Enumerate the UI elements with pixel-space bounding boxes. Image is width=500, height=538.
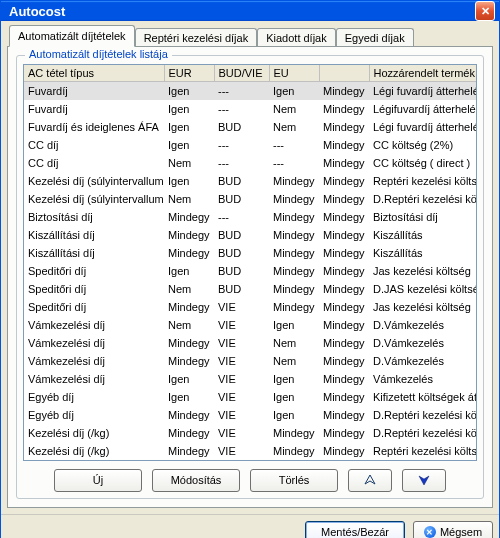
tab-custom-fees[interactable]: Egyedi díjak <box>336 28 414 47</box>
cancel-button[interactable]: ✕ Mégsem <box>413 521 493 539</box>
table-row[interactable]: Speditőri díjIgenBUDMindegyMindegyJas ke… <box>24 262 477 280</box>
button-label: Mégsem <box>440 526 482 538</box>
table-cell: Mindegy <box>319 424 369 442</box>
table-cell: Mindegy <box>319 100 369 118</box>
table-cell: Reptéri kezelési költség <box>369 172 477 190</box>
table-cell: Igen <box>164 82 214 100</box>
move-down-button[interactable] <box>402 469 446 492</box>
table-row[interactable]: Speditőri díjNemBUDMindegyMindegyD.JAS k… <box>24 280 477 298</box>
table-cell: D.Reptéri kezelési költség <box>369 406 477 424</box>
titlebar[interactable]: Autocost ✕ <box>1 1 499 21</box>
arrow-down-icon <box>418 474 430 486</box>
table-cell: Mindegy <box>319 172 369 190</box>
column-header[interactable]: BUD/VIE <box>214 65 269 82</box>
table-row[interactable]: Vámkezelési díjNemVIEIgenMindegyD.Vámkez… <box>24 316 477 334</box>
table-row[interactable]: Egyéb díjIgenVIEIgenMindegyKifizetett kö… <box>24 388 477 406</box>
table-cell: Fuvardíj <box>24 82 164 100</box>
table-cell: Vámkezelés <box>369 370 477 388</box>
save-close-button[interactable]: Mentés/Bezár <box>305 521 405 539</box>
table-cell: Speditőri díj <box>24 262 164 280</box>
table-cell: Mindegy <box>269 298 319 316</box>
table-cell: Mindegy <box>164 442 214 460</box>
column-header[interactable]: EU <box>269 65 319 82</box>
table-cell: Speditőri díj <box>24 298 164 316</box>
table-row[interactable]: Kezelési díj (/kg)MindegyVIEMindegyMinde… <box>24 424 477 442</box>
table-cell: Mindegy <box>319 388 369 406</box>
table-cell: BUD <box>214 262 269 280</box>
table-cell: Mindegy <box>319 244 369 262</box>
table-row[interactable]: Biztosítási díjMindegy---MindegyMindegyB… <box>24 208 477 226</box>
table-row[interactable]: Kezelési díj (/kg)MindegyVIEMindegyMinde… <box>24 442 477 460</box>
table-cell: D.Vámkezelés <box>369 352 477 370</box>
move-up-button[interactable] <box>348 469 392 492</box>
table-row[interactable]: Kiszállítási díjMindegyBUDMindegyMindegy… <box>24 226 477 244</box>
table-row[interactable]: Vámkezelési díjMindegyVIENemMindegyD.Vám… <box>24 334 477 352</box>
table-row[interactable]: Kiszállítási díjMindegyBUDMindegyMindegy… <box>24 244 477 262</box>
table-cell: Igen <box>164 262 214 280</box>
table-cell: Mindegy <box>319 280 369 298</box>
arrow-up-icon <box>364 474 376 486</box>
table-cell: Nem <box>269 100 319 118</box>
table-cell: Igen <box>164 136 214 154</box>
table-cell: Igen <box>164 388 214 406</box>
table-row[interactable]: Vámkezelési díjIgenVIEIgenMindegyVámkeze… <box>24 370 477 388</box>
table-cell: Fuvardíj <box>24 100 164 118</box>
column-header[interactable] <box>319 65 369 82</box>
table-cell: Igen <box>164 118 214 136</box>
table-cell: Igen <box>269 370 319 388</box>
table-row[interactable]: CC díjNem------MindegyCC költség ( direc… <box>24 154 477 172</box>
table-row[interactable]: FuvardíjIgen---NemMindegyLégifuvardíj át… <box>24 100 477 118</box>
tab-issued-fees[interactable]: Kiadott díjak <box>257 28 336 47</box>
table-cell: Mindegy <box>269 226 319 244</box>
table-cell: BUD <box>214 244 269 262</box>
new-button[interactable]: Új <box>54 469 142 492</box>
table-cell: D.Reptéri kezelési költség <box>369 424 477 442</box>
table-cell: Mindegy <box>319 352 369 370</box>
tab-automated-fees[interactable]: Automatizált díjtételek <box>9 25 135 47</box>
table-cell: Kiszállítási díj <box>24 244 164 262</box>
tab-label: Reptéri kezelési díjak <box>144 32 249 44</box>
table-cell: Mindegy <box>269 172 319 190</box>
tab-label: Egyedi díjak <box>345 32 405 44</box>
table-row[interactable]: Egyéb díjMindegyVIEIgenMindegyD.Reptéri … <box>24 406 477 424</box>
delete-button[interactable]: Törlés <box>250 469 338 492</box>
edit-button[interactable]: Módosítás <box>152 469 240 492</box>
table-cell: Nem <box>269 334 319 352</box>
table-cell: D.JAS kezelési költség <box>369 280 477 298</box>
table-row[interactable]: Fuvardíj és ideiglenes ÁFAIgenBUDNemMind… <box>24 118 477 136</box>
close-button[interactable]: ✕ <box>475 1 495 21</box>
table-cell: Reptéri kezelési költség <box>369 442 477 460</box>
column-header[interactable]: Hozzárendelt termék <box>369 65 477 82</box>
table-cell: Vámkezelési díj <box>24 370 164 388</box>
table-cell: Kezelési díj (/kg) <box>24 424 164 442</box>
table-row[interactable]: Kezelési díj (súlyintervallum)IgenBUDMin… <box>24 172 477 190</box>
column-header[interactable]: AC tétel típus <box>24 65 164 82</box>
table-cell: VIE <box>214 442 269 460</box>
table-cell: Speditőri díj <box>24 280 164 298</box>
table-cell: VIE <box>214 316 269 334</box>
table-row[interactable]: Kezelési díj (súlyintervallum)NemBUDMind… <box>24 190 477 208</box>
table-cell: Nem <box>269 352 319 370</box>
data-grid[interactable]: AC tétel típusEURBUD/VIEEUHozzárendelt t… <box>23 64 477 461</box>
table-row[interactable]: Vámkezelési díjMindegyVIENemMindegyD.Vám… <box>24 352 477 370</box>
tab-airport-handling[interactable]: Reptéri kezelési díjak <box>135 28 258 47</box>
button-label: Módosítás <box>171 474 222 486</box>
table-cell: Mindegy <box>319 370 369 388</box>
table-cell: BUD <box>214 172 269 190</box>
table-cell: Jas kezelési költség <box>369 262 477 280</box>
table-row[interactable]: Speditőri díjMindegyVIEMindegyMindegyJas… <box>24 298 477 316</box>
column-header[interactable]: EUR <box>164 65 214 82</box>
table-cell: Kifizetett költségek átterhelése <box>369 388 477 406</box>
table-cell: --- <box>214 136 269 154</box>
table-cell: Nem <box>164 154 214 172</box>
table-cell: Nem <box>164 190 214 208</box>
table-cell: CC díj <box>24 136 164 154</box>
table-cell: Mindegy <box>319 118 369 136</box>
table-cell: Mindegy <box>319 442 369 460</box>
table-cell: CC költség ( direct ) <box>369 154 477 172</box>
table-row[interactable]: FuvardíjIgen---IgenMindegyLégi fuvardíj … <box>24 82 477 100</box>
button-label: Új <box>93 474 103 486</box>
groupbox-list: Automatizált díjtételek listája AC tétel… <box>16 55 484 499</box>
table-row[interactable]: CC díjIgen------MindegyCC költség (2%) <box>24 136 477 154</box>
table-cell: Légi fuvardíj átterhelése <box>369 82 477 100</box>
